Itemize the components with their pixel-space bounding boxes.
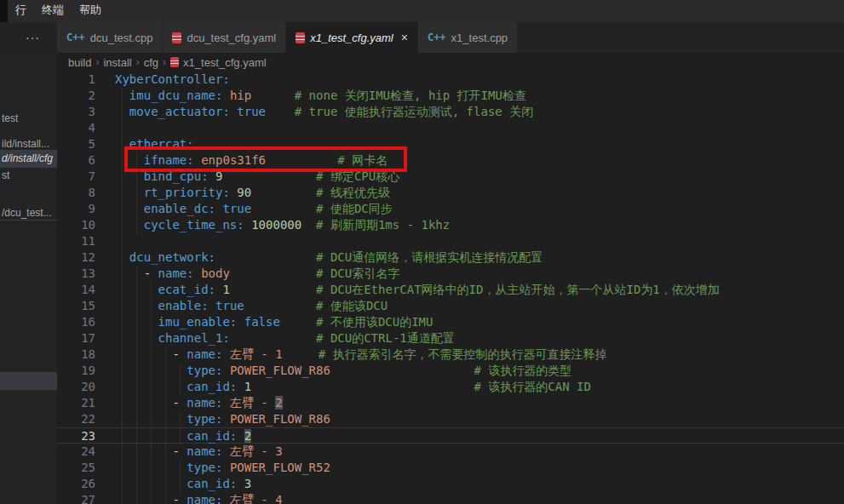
line-number[interactable]: 9 [57,201,95,217]
code-token: name: [187,493,222,504]
line-number[interactable]: 26 [57,476,95,492]
code-token [222,412,229,426]
close-icon[interactable]: × [401,32,408,43]
line-number[interactable]: 18 [57,346,95,363]
line-number[interactable]: 21 [57,395,95,411]
code-line[interactable]: 26 can_id: 3 [57,476,844,492]
line-number[interactable]: 23 [57,428,95,444]
line-number[interactable]: 3 [57,104,95,120]
code-line[interactable]: 24 - name: 左臂 - 3 [57,444,844,460]
line-number[interactable]: 4 [57,120,95,136]
code-line[interactable]: 10 cycle_time_ns: 1000000 # 刷新周期1ms - 1k… [57,217,844,233]
code-line[interactable]: 21 - name: 左臂 - 2 [57,395,844,411]
sidebar-item[interactable]: st [0,167,57,185]
code-line[interactable]: 16 imu_enable: false # 不使用该DCU的IMU [57,314,844,330]
code-token [222,461,229,474]
line-number[interactable]: 12 [57,249,95,266]
code-line[interactable]: 15 enable: true # 使能该DCU [57,298,844,314]
line-number[interactable]: 17 [57,330,95,346]
code-token [115,250,129,264]
code-line[interactable]: 14 ecat_id: 1 # DCU在EtherCAT网络中的ID，从主站开始… [57,282,844,298]
code-line[interactable]: 27 - name: 左臂 - 4 [57,492,844,504]
code-token: name: [187,347,222,361]
sidebar-item[interactable]: test [0,110,57,128]
line-number[interactable]: 24 [57,444,95,460]
breadcrumb-segment[interactable]: build [68,56,91,69]
line-number[interactable]: 2 [57,88,95,104]
code-token: 1 [222,283,229,296]
sidebar-item[interactable]: d/install/cfg [0,150,57,168]
code-token [283,347,319,361]
sidebar-item[interactable] [0,372,57,390]
breadcrumb-segment[interactable]: install [103,56,131,69]
chevron-right-icon: › [132,56,144,68]
code-line[interactable]: 11 [57,233,844,249]
code-text: enable_dc: true # 使能DC同步 [115,201,393,217]
code-line[interactable]: 23 can_id: 2 [57,427,844,444]
menu-item[interactable]: 帮助 [72,1,109,20]
code-line[interactable]: 6 ifname: enp0s31f6 # 网卡名 [57,152,844,169]
breadcrumb-segment[interactable]: cfg [144,56,158,69]
code-token: 左臂 - 3 [230,444,283,458]
code-token: enable: [158,299,209,312]
line-number[interactable]: 19 [57,363,95,379]
line-number[interactable]: 25 [57,460,95,476]
code-line[interactable]: 20 can_id: 1 # 该执行器的CAN ID [57,379,844,395]
line-number[interactable]: 20 [57,379,95,395]
code-token: bind_cpu: [144,169,209,183]
code-line[interactable]: 4 [57,120,844,136]
line-number[interactable]: 1 [57,72,95,88]
menu-item[interactable]: 行 [8,1,34,20]
line-number[interactable]: 6 [57,152,95,169]
line-number[interactable]: 16 [57,314,95,330]
code-line[interactable]: 8 rt_priority: 90 # 线程优先级 [57,185,844,201]
tab-dcu_test.cpp[interactable]: C++dcu_test.cpp [57,22,163,53]
menu-item[interactable]: 终端 [34,1,72,20]
sidebar-divider [0,220,57,220]
code-line[interactable]: 13 - name: body # DCU索引名字 [57,266,844,282]
tab-x1_test_cfg.yaml[interactable]: x1_test_cfg.yaml× [286,22,418,53]
line-number[interactable]: 22 [57,411,95,427]
line-number[interactable]: 27 [57,492,95,504]
code-token: true [237,105,266,118]
code-line[interactable]: 19 type: POWER_FLOW_R86 # 该执行器的类型 [57,363,844,379]
code-line[interactable]: 9 enable_dc: true # 使能DC同步 [57,201,844,217]
more-actions-icon[interactable]: ··· [0,31,40,44]
line-number[interactable]: 5 [57,136,95,152]
tab-dcu_test_cfg.yaml[interactable]: dcu_test_cfg.yaml [163,22,286,53]
tab-x1_test.cpp[interactable]: C++x1_test.cpp [418,22,518,53]
code-text: type: POWER_FLOW_R86 [115,411,330,427]
code-text: - name: 左臂 - 3 [115,444,283,460]
code-token: dcu_network: [129,250,215,264]
code-line[interactable]: 7 bind_cpu: 9 # 绑定CPU核心 [57,169,844,185]
code-line[interactable]: 12 dcu_network: # DCU通信网络，请根据实机连接情况配置 [57,249,844,266]
code-token [115,137,129,151]
code-line[interactable]: 18 - name: 左臂 - 1 # 执行器索引名字，不需要控制的执行器可直接… [57,346,844,363]
code-line[interactable]: 1XyberController: [57,72,844,88]
line-number[interactable]: 14 [57,282,95,298]
code-token: hip [230,89,251,102]
code-token [251,186,316,199]
cpp-file-icon: C++ [428,32,446,43]
line-number[interactable]: 11 [57,233,95,249]
code-token [115,364,187,377]
code-token [237,477,244,490]
code-line[interactable]: 17 channel_1: # DCU的CTRL-1通道配置 [57,330,844,346]
code-token: # 网卡名 [337,153,388,167]
code-line[interactable]: 25 type: POWER_FLOW_R52 [57,460,844,476]
breadcrumb-file[interactable]: x1_test_cfg.yaml [170,56,267,69]
code-line[interactable]: 2 imu_dcu_name: hip # none 关闭IMU检查, hip … [57,88,844,104]
line-number[interactable]: 10 [57,217,95,233]
code-line[interactable]: 3 move_actuator: true # true 使能执行器运动测试, … [57,104,844,120]
editor-group: C++dcu_test.cppdcu_test_cfg.yamlx1_test_… [57,22,844,504]
line-number[interactable]: 7 [57,169,95,185]
code-editor[interactable]: 1XyberController:2 imu_dcu_name: hip # n… [57,72,844,504]
code-token: name: [158,266,194,280]
code-token: # DCU通信网络，请根据实机连接情况配置 [316,250,543,264]
code-text: can_id: 1 # 该执行器的CAN ID [115,379,591,395]
code-line[interactable]: 5 ethercat: [57,136,844,152]
code-line[interactable]: 22 type: POWER_FLOW_R86 [57,411,844,427]
line-number[interactable]: 13 [57,266,95,282]
line-number[interactable]: 8 [57,185,95,201]
line-number[interactable]: 15 [57,298,95,314]
